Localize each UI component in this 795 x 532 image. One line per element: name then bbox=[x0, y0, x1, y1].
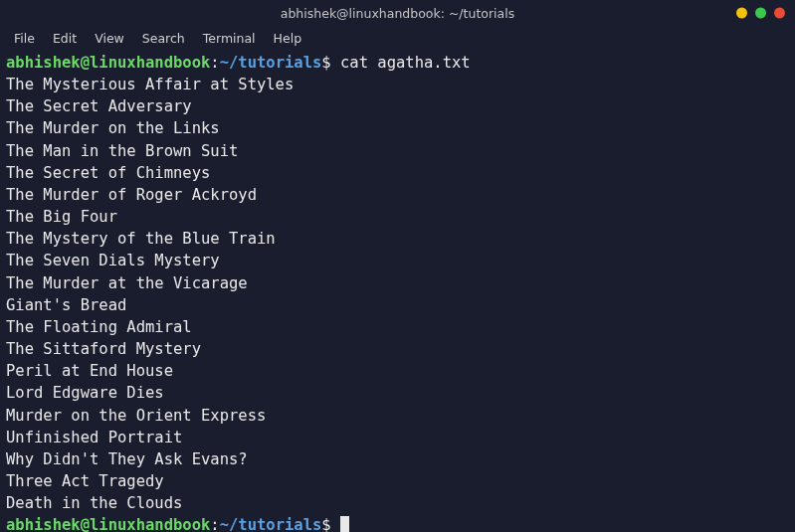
prompt-user-host: abhishek@linuxhandbook bbox=[6, 54, 210, 72]
output-line: The Mystery of the Blue Train bbox=[6, 228, 789, 250]
prompt-colon: : bbox=[210, 54, 219, 72]
prompt-dollar: $ bbox=[321, 516, 330, 532]
window-controls bbox=[736, 8, 785, 19]
command-text: cat agatha.txt bbox=[340, 54, 471, 72]
output-line: Unfinished Portrait bbox=[6, 427, 789, 448]
output-line: Death in the Clouds bbox=[6, 492, 789, 514]
output-line: Lord Edgware Dies bbox=[6, 382, 789, 404]
command-output: The Mysterious Affair at StylesThe Secre… bbox=[6, 74, 789, 514]
output-line: The Murder at the Vicarage bbox=[6, 272, 789, 294]
menu-help[interactable]: Help bbox=[266, 29, 310, 48]
titlebar: abhishek@linuxhandbook: ~/tutorials bbox=[0, 0, 795, 26]
output-line: Giant's Bread bbox=[6, 294, 789, 316]
output-line: The Murder on the Links bbox=[6, 117, 789, 139]
output-line: The Mysterious Affair at Styles bbox=[6, 74, 789, 95]
output-line: The Man in the Brown Suit bbox=[6, 140, 789, 162]
terminal-body[interactable]: abhishek@linuxhandbook:~/tutorials$ cat … bbox=[0, 50, 795, 532]
menu-edit[interactable]: Edit bbox=[45, 29, 85, 48]
output-line: The Seven Dials Mystery bbox=[6, 250, 789, 271]
menu-file[interactable]: File bbox=[6, 29, 43, 48]
prompt-line-2: abhishek@linuxhandbook:~/tutorials$ bbox=[6, 514, 789, 532]
prompt-dollar: $ bbox=[321, 54, 330, 72]
minimize-button[interactable] bbox=[736, 8, 747, 19]
output-line: The Floating Admiral bbox=[6, 316, 789, 338]
menu-terminal[interactable]: Terminal bbox=[195, 29, 264, 48]
close-button[interactable] bbox=[774, 8, 785, 19]
output-line: Murder on the Orient Express bbox=[6, 405, 789, 427]
output-line: Peril at End House bbox=[6, 360, 789, 382]
output-line: The Murder of Roger Ackroyd bbox=[6, 184, 789, 206]
prompt-line-1: abhishek@linuxhandbook:~/tutorials$ cat … bbox=[6, 52, 789, 74]
output-line: Three Act Tragedy bbox=[6, 470, 789, 492]
cursor bbox=[340, 516, 349, 532]
output-line: The Secret Adversary bbox=[6, 95, 789, 117]
output-line: The Big Four bbox=[6, 206, 789, 228]
menubar: File Edit View Search Terminal Help bbox=[0, 26, 795, 50]
menu-search[interactable]: Search bbox=[134, 29, 193, 48]
menu-view[interactable]: View bbox=[87, 29, 132, 48]
prompt-cwd: ~/tutorials bbox=[220, 516, 322, 532]
prompt-user-host: abhishek@linuxhandbook bbox=[6, 516, 210, 532]
prompt-cwd: ~/tutorials bbox=[220, 54, 322, 72]
output-line: Why Didn't They Ask Evans? bbox=[6, 448, 789, 470]
window-title: abhishek@linuxhandbook: ~/tutorials bbox=[281, 6, 514, 21]
output-line: The Secret of Chimneys bbox=[6, 162, 789, 184]
maximize-button[interactable] bbox=[755, 8, 766, 19]
prompt-colon: : bbox=[210, 516, 219, 532]
output-line: The Sittaford Mystery bbox=[6, 338, 789, 360]
